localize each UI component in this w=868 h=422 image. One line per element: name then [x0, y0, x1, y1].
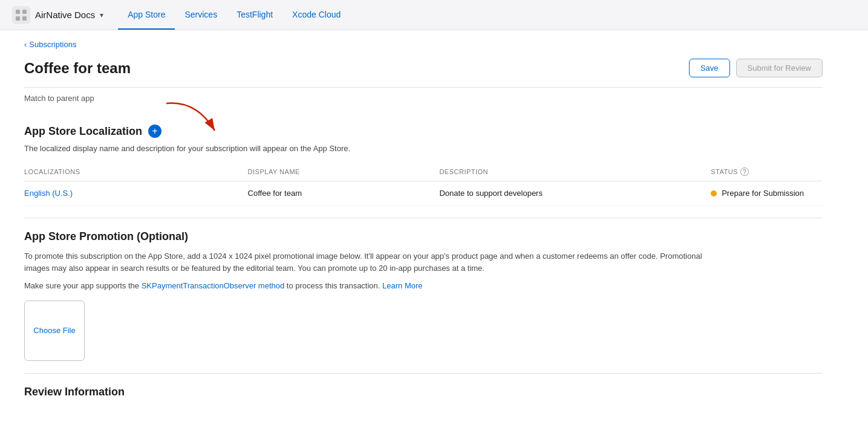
promotion-section: App Store Promotion (Optional) To promot… [24, 218, 823, 374]
promotion-description-2: Make sure your app supports the SKPaymen… [24, 280, 720, 292]
main-content: ‹ Subscriptions Coffee for team Save Sub… [0, 30, 847, 411]
row-status: Prepare for Submission [711, 181, 823, 206]
learn-more-link[interactable]: Learn More [382, 281, 422, 290]
review-title: Review Information [24, 386, 823, 398]
page-header: Coffee for team Save Submit for Review [24, 54, 823, 88]
table-header: LOCALIZATIONS DISPLAY NAME DESCRIPTION S… [24, 163, 823, 181]
col-localizations: LOCALIZATIONS [24, 163, 248, 181]
row-display-name: Coffee for team [248, 181, 440, 206]
promotion-title: App Store Promotion (Optional) [24, 230, 823, 243]
add-localization-button[interactable]: + [148, 125, 162, 138]
promotion-desc-prefix: Make sure your app supports the [24, 281, 142, 290]
breadcrumb: ‹ Subscriptions [24, 30, 823, 54]
promotion-description-1: To promote this subscription on the App … [24, 250, 720, 274]
save-button[interactable]: Save [689, 59, 730, 77]
localization-description: The localized display name and descripti… [24, 144, 823, 153]
svg-rect-0 [16, 10, 20, 14]
localization-section: App Store Localization + The localized d… [24, 112, 823, 218]
match-parent-text: Match to parent app [24, 88, 823, 112]
row-localization[interactable]: English (U.S.) [24, 181, 248, 206]
header-actions: Save Submit for Review [689, 59, 823, 77]
breadcrumb-subscriptions-link[interactable]: Subscriptions [29, 40, 76, 49]
svg-rect-1 [22, 10, 27, 14]
localization-header: App Store Localization + [24, 125, 823, 138]
nav-logo: AirNative Docs ▾ [12, 6, 103, 24]
logo-icon [12, 6, 30, 24]
localizations-table: LOCALIZATIONS DISPLAY NAME DESCRIPTION S… [24, 163, 823, 206]
nav-tabs: App Store Services TestFlight Xcode Clou… [118, 0, 350, 30]
svg-rect-3 [22, 16, 27, 21]
col-status: STATUS ? [711, 163, 823, 181]
table-body: English (U.S.) Coffee for team Donate to… [24, 181, 823, 206]
submit-for-review-button[interactable]: Submit for Review [736, 59, 823, 77]
tab-app-store[interactable]: App Store [118, 0, 175, 30]
col-display-name: DISPLAY NAME [248, 163, 440, 181]
page-title: Coffee for team [24, 60, 131, 77]
review-section: Review Information [24, 374, 823, 411]
status-label: Prepare for Submission [722, 189, 804, 198]
add-localization-btn-wrapper: + [148, 125, 162, 138]
row-description: Donate to support developers [439, 181, 711, 206]
tab-xcode-cloud[interactable]: Xcode Cloud [282, 0, 350, 30]
col-description: DESCRIPTION [439, 163, 711, 181]
table-row: English (U.S.) Coffee for team Donate to… [24, 181, 823, 206]
promotion-desc-middle: to process this transaction. [284, 281, 382, 290]
breadcrumb-chevron-icon: ‹ [24, 40, 27, 49]
logo-text: AirNative Docs [35, 10, 95, 20]
tab-testflight[interactable]: TestFlight [227, 0, 282, 30]
status-dot-icon [711, 190, 717, 196]
top-navigation: AirNative Docs ▾ App Store Services Test… [0, 0, 868, 30]
svg-rect-2 [16, 16, 20, 21]
plus-icon: + [152, 126, 157, 136]
choose-file-label[interactable]: Choose File [33, 326, 75, 335]
file-upload-area[interactable]: Choose File [24, 300, 85, 361]
skpayment-link[interactable]: SKPaymentTransactionObserver method [142, 281, 285, 290]
status-help-icon[interactable]: ? [740, 167, 749, 176]
logo-chevron-icon[interactable]: ▾ [100, 11, 103, 19]
localization-title: App Store Localization [24, 125, 142, 138]
tab-services[interactable]: Services [175, 0, 227, 30]
